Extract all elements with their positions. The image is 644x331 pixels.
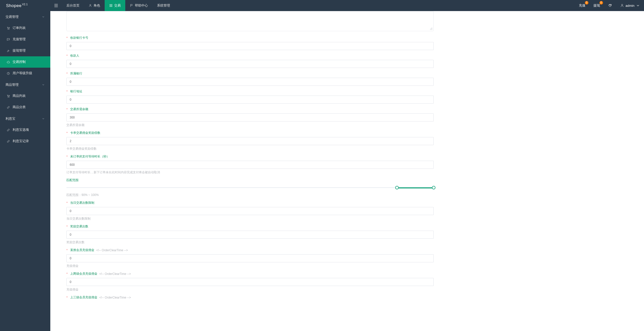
svg-point-7 — [9, 29, 9, 29]
label-three-level-recharge: *上三级会员充值佣金<!-- OrderClearTime --> — [66, 295, 629, 300]
tab-home[interactable]: 后台首页 — [62, 0, 84, 11]
sidebar-title-label: 交易管理 — [6, 15, 19, 19]
cart-icon — [7, 94, 10, 98]
brand-name: Shopee — [6, 3, 22, 8]
input-two-level-recharge[interactable] — [66, 278, 434, 286]
svg-rect-1 — [110, 4, 111, 5]
sidebar-title-transaction[interactable]: 交易管理 — [0, 11, 50, 22]
link-icon — [7, 106, 10, 109]
row-pay-wait: *未订单的支付等待时长（秒） 订单支付等待时长，新下订单未在此时间内容完成支付将… — [66, 154, 629, 175]
hint-direct-recharge: 充值佣金 — [66, 264, 629, 268]
header-withdraw[interactable]: 提现 0 — [589, 0, 604, 11]
tab-system[interactable]: 系统管理 — [152, 0, 175, 11]
hint-commission-multiplier: 卡单交易佣金奖励倍数 — [66, 147, 629, 151]
sidebar: 交易管理 订单列表 充值管理 提现管理 交易控制 用户等级升级 商品管理 — [0, 11, 50, 331]
input-balance[interactable] — [66, 113, 434, 121]
inline-note: <!-- OrderClearTime --> — [96, 249, 128, 252]
tab-label: 后台首页 — [66, 3, 79, 8]
sidebar-item-label: 利息宝记录 — [13, 139, 29, 143]
tool-icon — [7, 49, 10, 53]
brand-version: V2.1 — [22, 3, 28, 6]
label-reward-times: *奖励交易次数 — [66, 224, 629, 229]
svg-point-6 — [8, 29, 8, 29]
chat-icon — [7, 38, 10, 41]
user-icon — [89, 4, 92, 7]
tab-transaction[interactable]: 交易 — [105, 0, 125, 11]
sidebar-item-label: 利息宝选项 — [13, 128, 29, 132]
row-two-level-recharge: *上两级会员充值佣金<!-- OrderClearTime --> 充值佣金 — [66, 272, 629, 292]
sidebar-title-label: 利息宝 — [6, 116, 15, 121]
sidebar-item-orders[interactable]: 订单列表 — [0, 22, 50, 34]
form-container: *收款银行卡号 *收款人 *所属银行 *银行地址 *交易所需余额 交易所需余额 … — [50, 11, 638, 312]
chevron-down-icon — [42, 83, 45, 86]
badge: 0 — [585, 1, 588, 5]
sidebar-item-recharge[interactable]: 充值管理 — [0, 34, 50, 45]
sidebar-item-product-cat[interactable]: 商品分类 — [0, 102, 50, 113]
input-bank[interactable] — [66, 78, 434, 86]
row-payee: *收款人 — [66, 54, 629, 68]
inline-note: <!-- OrderClearTime --> — [99, 272, 131, 276]
hint-reward-times: 奖励交易次数 — [66, 240, 629, 244]
sidebar-item-product-list[interactable]: 商品列表 — [0, 90, 50, 102]
header-recharge-label: 充值 — [579, 3, 585, 8]
input-daily-limit[interactable] — [66, 207, 434, 215]
slider-track — [66, 187, 434, 188]
hint-balance: 交易所需余额 — [66, 123, 629, 127]
sidebar-item-trade-control[interactable]: 交易控制 — [0, 56, 50, 68]
tab-help[interactable]: 帮助中心 — [125, 0, 152, 11]
row-bank-card: *收款银行卡号 — [66, 36, 629, 50]
label-bank-addr: *银行地址 — [66, 89, 629, 94]
svg-point-10 — [9, 97, 9, 97]
input-bank-addr[interactable] — [66, 96, 434, 104]
hint-two-level-recharge: 充值佣金 — [66, 287, 629, 292]
header-user-menu[interactable]: admin — [616, 0, 644, 11]
input-commission-multiplier[interactable] — [66, 137, 434, 145]
input-direct-recharge[interactable] — [66, 254, 434, 262]
slider-match-range[interactable] — [66, 184, 434, 191]
sidebar-group-interest: 利息宝 利息宝选项 利息宝记录 — [0, 113, 50, 147]
row-bank: *所属银行 — [66, 71, 629, 86]
sidebar-item-interest-log[interactable]: 利息宝记录 — [0, 136, 50, 147]
hint-pay-wait: 订单支付等待时长，新下订单未在此时间内容完成支付将会被自动取消 — [66, 170, 629, 175]
clock-icon — [7, 72, 10, 75]
header-user-name: admin — [626, 4, 634, 8]
brand-logo: ShopeeV2.1 — [0, 3, 50, 8]
row-balance: *交易所需余额 交易所需余额 — [66, 107, 629, 127]
sidebar-item-user-level[interactable]: 用户等级升级 — [0, 68, 50, 79]
input-pay-wait[interactable] — [66, 161, 434, 169]
sidebar-group-product: 商品管理 商品列表 商品分类 — [0, 79, 50, 113]
textarea-card[interactable] — [66, 11, 434, 31]
sidebar-item-withdraw[interactable]: 提现管理 — [0, 45, 50, 56]
grid-icon — [109, 4, 113, 7]
user-icon — [620, 4, 624, 8]
slider-handle-to[interactable] — [432, 186, 435, 189]
main-scroll[interactable]: *收款银行卡号 *收款人 *所属银行 *银行地址 *交易所需余额 交易所需余额 … — [50, 11, 644, 331]
sidebar-group-transaction: 交易管理 订单列表 充值管理 提现管理 交易控制 用户等级升级 — [0, 11, 50, 79]
label-match-range: 匹配范围 — [66, 178, 629, 182]
sidebar-title-interest[interactable]: 利息宝 — [0, 113, 50, 124]
input-payee[interactable] — [66, 60, 434, 68]
svg-point-9 — [8, 97, 8, 97]
sidebar-title-product[interactable]: 商品管理 — [0, 79, 50, 90]
link-icon — [7, 140, 10, 143]
slider-handle-from[interactable] — [395, 186, 399, 189]
sidebar-item-interest-options[interactable]: 利息宝选项 — [0, 124, 50, 136]
label-daily-limit: *当日交易次数限制 — [66, 201, 629, 205]
tab-label: 系统管理 — [157, 3, 170, 8]
hint-match-range: 匹配范围：90% ~ 100% — [66, 193, 629, 197]
header-withdraw-label: 提现 — [593, 3, 600, 8]
input-bank-card[interactable] — [66, 42, 434, 50]
input-reward-times[interactable] — [66, 231, 434, 239]
flag-icon — [130, 4, 133, 7]
sidebar-item-label: 交易控制 — [13, 60, 26, 64]
inline-note: <!-- OrderClearTime --> — [99, 296, 131, 299]
header-recharge[interactable]: 充值 0 — [575, 0, 589, 11]
sidebar-item-label: 商品列表 — [13, 94, 26, 98]
chevron-down-icon — [636, 4, 640, 8]
row-direct-recharge: *直推会员充值佣金<!-- OrderClearTime --> 充值佣金 — [66, 248, 629, 268]
sidebar-toggle[interactable] — [50, 0, 62, 11]
label-bank: *所属银行 — [66, 71, 629, 76]
label-pay-wait: *未订单的支付等待时长（秒） — [66, 154, 629, 159]
tab-role[interactable]: 角色 — [84, 0, 105, 11]
header-refresh[interactable] — [604, 0, 616, 11]
